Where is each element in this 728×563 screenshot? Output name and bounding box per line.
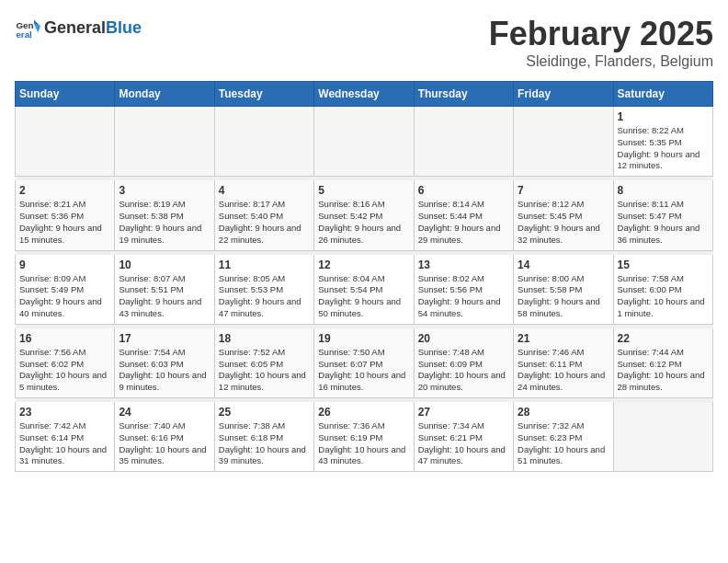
table-row: 19Sunrise: 7:50 AM Sunset: 6:07 PM Dayli…: [314, 327, 414, 397]
table-row: 3Sunrise: 8:19 AM Sunset: 5:38 PM Daylig…: [115, 180, 214, 250]
table-row: 26Sunrise: 7:36 AM Sunset: 6:19 PM Dayli…: [314, 402, 414, 472]
day-number: 27: [418, 406, 509, 419]
calendar-header-row: Sunday Monday Tuesday Wednesday Thursday…: [16, 82, 713, 107]
table-row: 14Sunrise: 8:00 AM Sunset: 5:58 PM Dayli…: [514, 254, 613, 324]
day-number: 13: [418, 259, 509, 271]
day-number: 26: [318, 406, 409, 419]
table-row: 12Sunrise: 8:04 AM Sunset: 5:54 PM Dayli…: [314, 254, 414, 324]
table-row: [514, 107, 613, 177]
table-row: 21Sunrise: 7:46 AM Sunset: 6:11 PM Dayli…: [514, 327, 613, 397]
day-number: 2: [19, 184, 110, 197]
day-info: Sunrise: 8:17 AM Sunset: 5:40 PM Dayligh…: [219, 199, 310, 246]
day-info: Sunrise: 7:56 AM Sunset: 6:02 PM Dayligh…: [19, 347, 110, 394]
table-row: [115, 107, 214, 177]
table-row: 4Sunrise: 8:17 AM Sunset: 5:40 PM Daylig…: [214, 180, 313, 250]
day-number: 22: [618, 332, 709, 345]
table-row: 16Sunrise: 7:56 AM Sunset: 6:02 PM Dayli…: [16, 327, 115, 397]
day-number: 19: [318, 332, 409, 345]
calendar-table: Sunday Monday Tuesday Wednesday Thursday…: [15, 81, 713, 472]
day-number: 14: [518, 259, 609, 271]
calendar-week-row: 23Sunrise: 7:42 AM Sunset: 6:14 PM Dayli…: [16, 402, 713, 472]
table-row: 1Sunrise: 8:22 AM Sunset: 5:35 PM Daylig…: [613, 107, 712, 177]
calendar-week-row: 16Sunrise: 7:56 AM Sunset: 6:02 PM Dayli…: [16, 327, 713, 397]
table-row: [414, 107, 513, 177]
day-number: 5: [318, 184, 409, 197]
day-number: 17: [119, 332, 210, 345]
logo-general-text: General: [44, 18, 106, 38]
day-number: 23: [19, 406, 110, 419]
day-info: Sunrise: 8:09 AM Sunset: 5:49 PM Dayligh…: [19, 273, 110, 320]
month-title: February 2025: [489, 15, 713, 53]
day-info: Sunrise: 7:52 AM Sunset: 6:05 PM Dayligh…: [219, 347, 310, 394]
day-info: Sunrise: 7:32 AM Sunset: 6:23 PM Dayligh…: [518, 420, 609, 467]
day-info: Sunrise: 8:05 AM Sunset: 5:53 PM Dayligh…: [219, 273, 310, 320]
day-info: Sunrise: 7:50 AM Sunset: 6:07 PM Dayligh…: [318, 347, 409, 394]
day-number: 11: [219, 259, 310, 271]
day-number: 12: [318, 259, 409, 271]
day-number: 20: [418, 332, 509, 345]
col-tuesday: Tuesday: [214, 82, 313, 107]
day-number: 1: [618, 110, 709, 123]
day-number: 18: [219, 332, 310, 345]
day-number: 8: [618, 184, 709, 197]
table-row: 22Sunrise: 7:44 AM Sunset: 6:12 PM Dayli…: [613, 327, 712, 397]
day-info: Sunrise: 7:34 AM Sunset: 6:21 PM Dayligh…: [418, 420, 509, 467]
table-row: 24Sunrise: 7:40 AM Sunset: 6:16 PM Dayli…: [115, 402, 214, 472]
table-row: 2Sunrise: 8:21 AM Sunset: 5:36 PM Daylig…: [16, 180, 115, 250]
table-row: 15Sunrise: 7:58 AM Sunset: 6:00 PM Dayli…: [613, 254, 712, 324]
day-info: Sunrise: 8:04 AM Sunset: 5:54 PM Dayligh…: [318, 273, 409, 320]
day-info: Sunrise: 7:58 AM Sunset: 6:00 PM Dayligh…: [618, 273, 709, 320]
calendar-week-row: 9Sunrise: 8:09 AM Sunset: 5:49 PM Daylig…: [16, 254, 713, 324]
table-row: 10Sunrise: 8:07 AM Sunset: 5:51 PM Dayli…: [115, 254, 214, 324]
day-number: 10: [119, 259, 210, 271]
table-row: 28Sunrise: 7:32 AM Sunset: 6:23 PM Dayli…: [514, 402, 613, 472]
table-row: 11Sunrise: 8:05 AM Sunset: 5:53 PM Dayli…: [214, 254, 313, 324]
col-sunday: Sunday: [16, 82, 115, 107]
day-info: Sunrise: 8:16 AM Sunset: 5:42 PM Dayligh…: [318, 199, 409, 246]
table-row: 9Sunrise: 8:09 AM Sunset: 5:49 PM Daylig…: [16, 254, 115, 324]
day-number: 15: [618, 259, 709, 271]
day-info: Sunrise: 7:38 AM Sunset: 6:18 PM Dayligh…: [219, 420, 310, 467]
day-info: Sunrise: 7:40 AM Sunset: 6:16 PM Dayligh…: [119, 420, 210, 467]
day-number: 7: [518, 184, 609, 197]
svg-marker-3: [34, 24, 40, 33]
day-info: Sunrise: 7:36 AM Sunset: 6:19 PM Dayligh…: [318, 420, 409, 467]
svg-text:eral: eral: [16, 29, 32, 40]
day-info: Sunrise: 8:14 AM Sunset: 5:44 PM Dayligh…: [418, 199, 509, 246]
table-row: 5Sunrise: 8:16 AM Sunset: 5:42 PM Daylig…: [314, 180, 414, 250]
calendar-week-row: 1Sunrise: 8:22 AM Sunset: 5:35 PM Daylig…: [16, 107, 713, 177]
day-number: 16: [19, 332, 110, 345]
table-row: 20Sunrise: 7:48 AM Sunset: 6:09 PM Dayli…: [414, 327, 513, 397]
day-info: Sunrise: 7:42 AM Sunset: 6:14 PM Dayligh…: [19, 420, 110, 467]
day-info: Sunrise: 7:46 AM Sunset: 6:11 PM Dayligh…: [518, 347, 609, 394]
col-friday: Friday: [514, 82, 613, 107]
title-area: February 2025 Sleidinge, Flanders, Belgi…: [489, 15, 713, 70]
day-info: Sunrise: 8:22 AM Sunset: 5:35 PM Dayligh…: [618, 125, 709, 172]
table-row: 7Sunrise: 8:12 AM Sunset: 5:45 PM Daylig…: [514, 180, 613, 250]
day-info: Sunrise: 8:00 AM Sunset: 5:58 PM Dayligh…: [518, 273, 609, 320]
table-row: 6Sunrise: 8:14 AM Sunset: 5:44 PM Daylig…: [414, 180, 513, 250]
logo-icon: Gen eral: [15, 15, 40, 40]
day-info: Sunrise: 8:02 AM Sunset: 5:56 PM Dayligh…: [418, 273, 509, 320]
day-info: Sunrise: 8:07 AM Sunset: 5:51 PM Dayligh…: [119, 273, 210, 320]
table-row: 27Sunrise: 7:34 AM Sunset: 6:21 PM Dayli…: [414, 402, 513, 472]
day-number: 3: [119, 184, 210, 197]
table-row: 18Sunrise: 7:52 AM Sunset: 6:05 PM Dayli…: [214, 327, 313, 397]
day-number: 9: [19, 259, 110, 271]
table-row: 25Sunrise: 7:38 AM Sunset: 6:18 PM Dayli…: [214, 402, 313, 472]
day-number: 25: [219, 406, 310, 419]
table-row: [314, 107, 414, 177]
day-number: 4: [219, 184, 310, 197]
table-row: 13Sunrise: 8:02 AM Sunset: 5:56 PM Dayli…: [414, 254, 513, 324]
table-row: [16, 107, 115, 177]
day-info: Sunrise: 7:54 AM Sunset: 6:03 PM Dayligh…: [119, 347, 210, 394]
day-info: Sunrise: 8:21 AM Sunset: 5:36 PM Dayligh…: [19, 199, 110, 246]
col-thursday: Thursday: [414, 82, 513, 107]
col-monday: Monday: [115, 82, 214, 107]
day-number: 6: [418, 184, 509, 197]
col-wednesday: Wednesday: [314, 82, 414, 107]
table-row: [613, 402, 712, 472]
day-number: 24: [119, 406, 210, 419]
table-row: 8Sunrise: 8:11 AM Sunset: 5:47 PM Daylig…: [613, 180, 712, 250]
table-row: 23Sunrise: 7:42 AM Sunset: 6:14 PM Dayli…: [16, 402, 115, 472]
